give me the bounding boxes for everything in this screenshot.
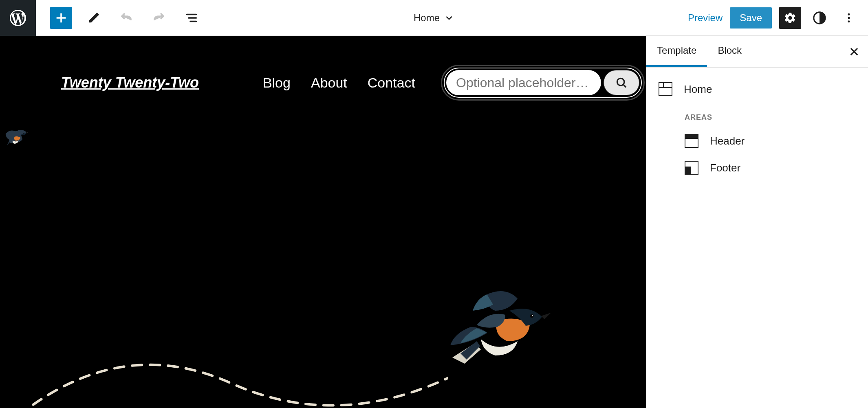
chevron-down-icon [444,13,454,23]
plus-icon [54,11,68,25]
search-submit-button[interactable] [604,70,639,95]
sidebar-body: Home AREAS Header Footer [646,68,868,189]
areas-heading: AREAS [659,103,856,127]
redo-icon [152,11,166,25]
template-item-label: Home [684,83,712,96]
tab-block[interactable]: Block [707,36,752,67]
gear-icon [784,11,797,24]
footer-layout-icon [685,161,698,175]
header-layout-icon [685,134,698,148]
site-logo-bird-icon [2,127,32,150]
kebab-menu-icon [843,12,855,24]
settings-button[interactable] [779,7,801,29]
search-icon [615,77,628,89]
toolbar-left-group [50,7,203,29]
editor-canvas[interactable]: Twenty Twenty-Two Blog About Contact [0,36,646,408]
list-view-button[interactable] [181,7,203,29]
editor-topbar: Home Preview Save [0,0,868,36]
wp-logo-button[interactable] [0,0,36,36]
area-item-label: Header [710,135,745,147]
navigation-block[interactable]: Blog About Contact [263,68,642,98]
document-title-label: Home [414,12,440,24]
template-item-home[interactable]: Home [659,76,856,103]
edit-tool-button[interactable] [83,7,105,29]
site-title-block[interactable]: Twenty Twenty-Two [61,74,199,91]
undo-icon [119,11,133,25]
editor-main: Twenty Twenty-Two Blog About Contact [0,36,868,408]
area-item-label: Footer [710,162,740,174]
styles-button[interactable] [809,7,831,29]
add-block-button[interactable] [50,7,72,29]
styles-contrast-icon [813,11,826,25]
tab-template[interactable]: Template [646,36,707,67]
save-button[interactable]: Save [730,7,772,29]
nav-link[interactable]: Contact [368,75,415,91]
svg-point-3 [848,20,850,22]
svg-point-6 [530,314,534,318]
more-options-button[interactable] [838,7,860,29]
svg-point-2 [848,17,850,19]
layout-icon [659,82,672,96]
svg-point-1 [848,13,850,15]
area-item-footer[interactable]: Footer [659,154,856,181]
close-icon [848,46,860,57]
nav-link[interactable]: Blog [263,75,291,91]
svg-point-7 [532,315,533,316]
search-block[interactable] [444,68,642,98]
pencil-icon [87,11,101,25]
search-input[interactable] [446,70,601,95]
document-title-dropdown[interactable]: Home [414,12,454,24]
list-view-icon [185,11,198,25]
hero-bird-image [448,288,554,371]
svg-point-4 [23,133,24,134]
site-header-block[interactable]: Twenty Twenty-Two Blog About Contact [0,36,646,129]
close-sidebar-button[interactable] [848,46,860,57]
area-item-header[interactable]: Header [659,127,856,154]
settings-sidebar: Template Block Home AREAS Header [646,36,868,408]
svg-point-5 [617,78,624,86]
sidebar-tabs: Template Block [646,36,868,68]
preview-button[interactable]: Preview [688,12,723,24]
wordpress-logo-icon [8,8,28,28]
nav-link[interactable]: About [311,75,347,91]
undo-button[interactable] [115,7,137,29]
dashed-flight-path-decoration [0,345,448,408]
redo-button[interactable] [148,7,170,29]
toolbar-right-group: Preview Save [688,7,860,29]
